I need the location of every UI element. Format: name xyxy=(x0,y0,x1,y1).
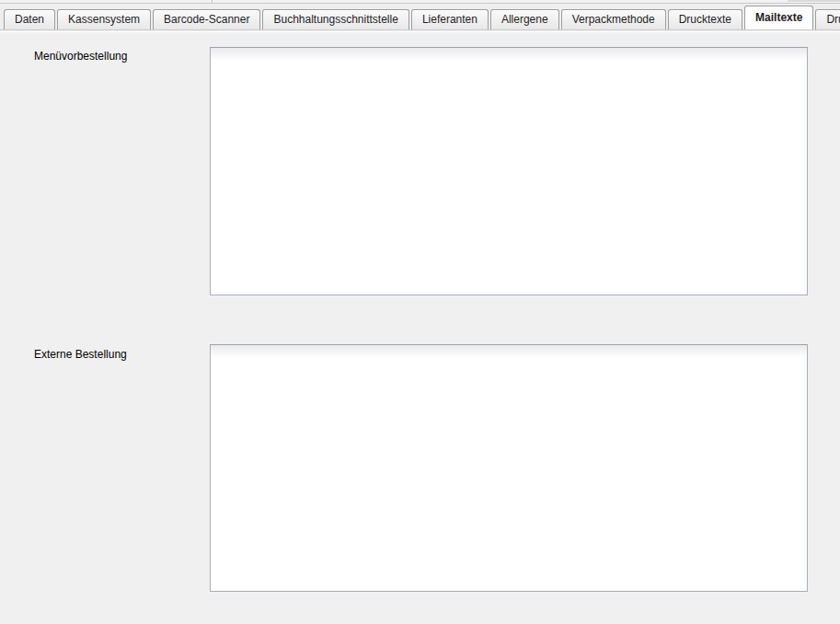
settings-window: Daten Kassensystem Barcode-Scanner Buchh… xyxy=(0,0,840,624)
tab-buchhaltungsschnittstelle[interactable]: Buchhaltungsschnittstelle xyxy=(262,9,408,29)
menuevorbestellung-label: Menüvorbestellung xyxy=(34,50,127,63)
settings-tabbar: Daten Kassensystem Barcode-Scanner Buchh… xyxy=(0,5,840,30)
tab-drucktexte[interactable]: Drucktexte xyxy=(668,9,742,29)
externe-bestellung-textarea[interactable] xyxy=(210,344,808,592)
tab-allergene[interactable]: Allergene xyxy=(490,9,559,29)
tab-kassensystem[interactable]: Kassensystem xyxy=(57,9,151,29)
tab-barcode-scanner[interactable]: Barcode-Scanner xyxy=(153,9,260,29)
top-edge-strip xyxy=(0,0,840,4)
mailtexte-panel: Menüvorbestellung Externe Bestellung xyxy=(0,31,840,624)
tab-verpackmethode[interactable]: Verpackmethode xyxy=(561,9,666,29)
menuevorbestellung-textarea[interactable] xyxy=(210,47,808,295)
top-strip-dark-segment xyxy=(788,0,840,3)
tab-drucklayout[interactable]: Drucklayout xyxy=(815,9,840,29)
tab-mailtexte[interactable]: Mailtexte xyxy=(744,6,813,29)
top-strip-divider xyxy=(212,0,213,3)
tab-lieferanten[interactable]: Lieferanten xyxy=(411,9,489,29)
tab-daten[interactable]: Daten xyxy=(4,9,55,29)
externe-bestellung-label: Externe Bestellung xyxy=(34,348,127,361)
